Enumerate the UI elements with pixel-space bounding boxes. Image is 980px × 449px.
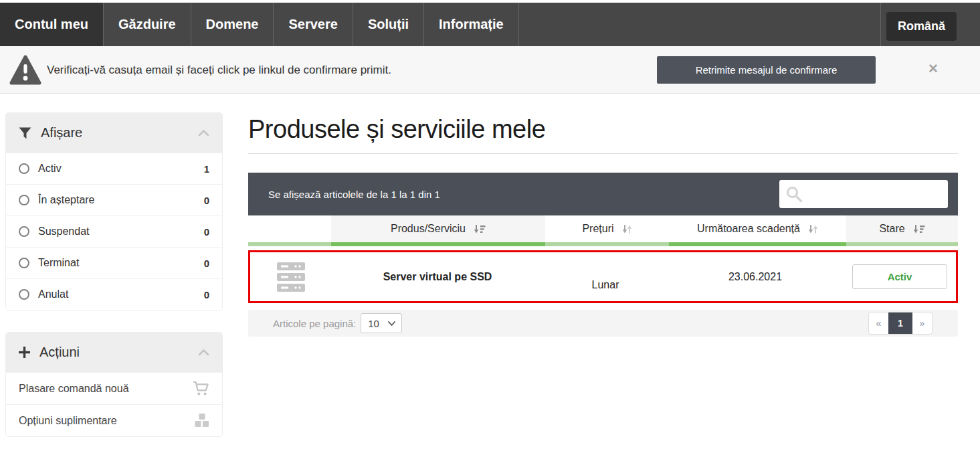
sort-both-icon[interactable] xyxy=(622,224,632,234)
radio-button[interactable] xyxy=(19,258,29,268)
chevron-up-icon[interactable] xyxy=(198,130,209,137)
nav-item-contul-meu[interactable]: Contul meu xyxy=(0,3,104,46)
filter-panel-title: Afișare xyxy=(41,125,82,141)
cubes-icon xyxy=(195,414,209,428)
actions-panel: Acțiuni Plasare comandă nouă Opțiuni sup… xyxy=(5,332,223,437)
column-header-urmatoarea-scadenta[interactable]: Următoarea scadență xyxy=(669,215,846,246)
resend-confirmation-button[interactable]: Retrimite mesajul de confirmare xyxy=(657,56,876,84)
filter-option-suspendat[interactable]: Suspendat 0 xyxy=(6,215,222,247)
filter-option-label: În așteptare xyxy=(38,194,95,206)
filter-option-activ[interactable]: Activ 1 xyxy=(6,153,222,184)
status-badge-activ[interactable]: Activ xyxy=(852,264,947,289)
action-label: Opțiuni suplimentare xyxy=(19,415,117,427)
radio-button[interactable] xyxy=(19,195,29,205)
column-header-stare[interactable]: Stare xyxy=(846,215,958,246)
radio-button[interactable] xyxy=(19,163,29,174)
column-header-produs-serviciu[interactable]: Produs/Serviciu xyxy=(331,215,545,246)
per-page-label: Articole pe pagină: xyxy=(273,318,356,329)
filter-panel-header[interactable]: Afișare xyxy=(6,113,222,153)
table-footer: Articole pe pagină: 10 « 1 » xyxy=(248,310,958,337)
filter-option-label: Anulat xyxy=(38,288,68,300)
search-box xyxy=(779,180,948,208)
column-header-icon-spacer xyxy=(248,215,331,246)
search-input[interactable] xyxy=(806,180,948,208)
server-icon xyxy=(250,262,331,292)
results-summary: Se afișează articolele de la 1 la 1 din … xyxy=(268,189,440,200)
filter-option-count: 1 xyxy=(204,163,209,175)
actions-panel-header[interactable]: Acțiuni xyxy=(6,333,222,372)
nav-item-gazduire[interactable]: Găzduire xyxy=(104,3,191,46)
column-header-preturi[interactable]: Prețuri xyxy=(545,215,669,246)
action-place-new-order[interactable]: Plasare comandă nouă xyxy=(6,372,222,404)
column-label: Următoarea scadență xyxy=(697,223,800,235)
next-due-date: 23.06.2021 xyxy=(667,271,844,283)
alert-message: Verificați-vă casuța email și faceți cli… xyxy=(47,46,391,94)
close-icon[interactable]: ✕ xyxy=(928,62,939,75)
nav-item-domene[interactable]: Domene xyxy=(191,3,274,46)
page-title: Produsele și serviciile mele xyxy=(248,112,958,154)
product-name[interactable]: Server virtual pe SSD xyxy=(331,271,544,283)
table-header-row: Produs/Serviciu Prețuri Următoarea xyxy=(248,215,958,246)
radio-button[interactable] xyxy=(19,226,29,237)
nav-item-solutii[interactable]: Soluții xyxy=(353,3,424,46)
action-label: Plasare comandă nouă xyxy=(19,383,129,395)
pagination-page-1-button[interactable]: 1 xyxy=(888,312,912,334)
per-page-value: 10 xyxy=(368,318,379,329)
main-content: Produsele și serviciile mele Se afișează… xyxy=(248,112,958,337)
nav-item-informatie[interactable]: Informație xyxy=(424,3,519,46)
status-cell: Activ xyxy=(844,264,956,289)
pagination-prev-button[interactable]: « xyxy=(869,312,888,334)
warning-triangle-icon xyxy=(9,55,41,88)
filter-option-count: 0 xyxy=(204,258,209,269)
sort-desc-icon[interactable] xyxy=(474,224,486,234)
per-page-select[interactable]: 10 xyxy=(361,313,402,333)
chevron-up-icon[interactable] xyxy=(198,349,209,356)
filter-option-count: 0 xyxy=(204,226,209,238)
filter-panel: Afișare Activ 1 În așteptare 0 Suspendat… xyxy=(5,112,223,310)
actions-panel-title: Acțiuni xyxy=(39,345,80,360)
top-nav: Contul meu Găzduire Domene Servere Soluț… xyxy=(0,3,980,46)
pagination: « 1 » xyxy=(868,312,933,335)
table-toolbar: Se afișează articolele de la 1 la 1 din … xyxy=(248,173,958,215)
table-row[interactable]: Server virtual pe SSD Lunar 23.06.2021 A… xyxy=(250,252,956,301)
sort-both-icon[interactable] xyxy=(808,224,818,234)
action-additional-options[interactable]: Opțiuni suplimentare xyxy=(6,404,222,436)
filter-option-count: 0 xyxy=(204,289,209,300)
filter-option-anulat[interactable]: Anulat 0 xyxy=(6,278,222,310)
sort-desc-icon[interactable] xyxy=(913,224,925,234)
cart-icon xyxy=(193,381,209,396)
filter-option-label: Activ xyxy=(38,163,62,175)
filter-icon xyxy=(19,127,31,139)
column-label: Produs/Serviciu xyxy=(391,223,466,235)
billing-cycle: Lunar xyxy=(544,263,667,291)
filter-option-in-asteptare[interactable]: În așteptare 0 xyxy=(6,184,222,215)
chevron-down-icon xyxy=(388,321,395,326)
highlighted-row-outline: Server virtual pe SSD Lunar 23.06.2021 A… xyxy=(248,250,958,303)
column-label: Stare xyxy=(879,223,904,235)
filter-option-count: 0 xyxy=(204,195,209,206)
email-confirmation-alert: Verificați-vă casuța email și faceți cli… xyxy=(0,46,980,94)
plus-icon xyxy=(19,347,30,358)
language-button[interactable]: Română xyxy=(886,12,957,41)
radio-button[interactable] xyxy=(19,289,29,300)
filter-option-label: Suspendat xyxy=(38,226,90,238)
search-icon xyxy=(785,185,803,203)
nav-item-servere[interactable]: Servere xyxy=(274,3,353,46)
sidebar: Afișare Activ 1 În așteptare 0 Suspendat… xyxy=(5,112,223,449)
pagination-next-button[interactable]: » xyxy=(912,312,932,334)
nav-divider xyxy=(880,3,881,46)
filter-option-label: Terminat xyxy=(38,257,79,269)
column-label: Prețuri xyxy=(582,223,613,235)
filter-option-terminat[interactable]: Terminat 0 xyxy=(6,247,222,278)
